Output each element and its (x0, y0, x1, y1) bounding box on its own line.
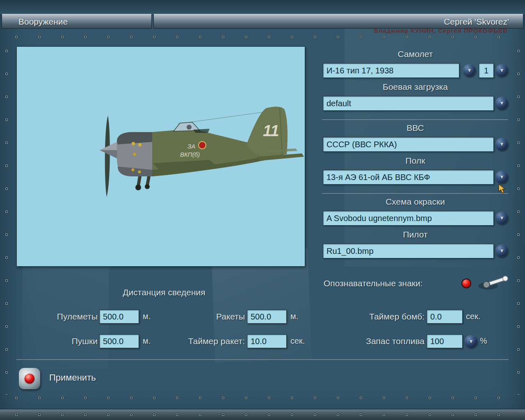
divider (322, 119, 508, 120)
top-background-strip (0, 0, 525, 14)
rivet-border-bottom (5, 395, 520, 401)
red-banner-badge (199, 142, 206, 149)
fuel-label: Запас топлива (345, 336, 425, 346)
machineguns-unit: м. (143, 312, 151, 321)
fuselage-slogan-line2: ВКП(б) (180, 151, 200, 158)
airforce-label: ВВС (322, 123, 509, 133)
chevron-down-icon: ▼ (499, 142, 504, 147)
rivet-border-right (516, 39, 521, 395)
regiment-select[interactable]: 13-я АЭ 61-ой АБ ВВС КБФ (323, 170, 494, 185)
chevron-down-icon: ▼ (467, 68, 472, 73)
loadout-label: Боевая загрузка (322, 82, 509, 92)
cannons-unit: м. (143, 336, 151, 346)
rockets-unit: м. (290, 312, 298, 321)
rocket-timer-unit: сек. (290, 336, 305, 346)
pilot-label: Пилот (322, 230, 509, 240)
airforce-select-arrow[interactable]: ▼ (495, 138, 508, 151)
cannons-input[interactable]: 500.0 (99, 334, 139, 348)
tab-armament[interactable]: Вооружение (2, 14, 152, 29)
rivet-border-top (5, 34, 520, 40)
aircraft-preview: 11 ЗА ВКП(б) (16, 46, 305, 267)
paint-scheme-select[interactable]: A Svobodu ugnetennym.bmp (323, 211, 494, 226)
regiment-select-arrow[interactable]: ▼ (495, 171, 508, 183)
rocket-timer-label: Таймер ракет: (172, 336, 245, 346)
markings-label: Опознавательные знаки: (324, 278, 423, 288)
regiment-label: Полк (322, 156, 509, 166)
rockets-label: Ракеты (172, 312, 245, 322)
apply-label: Применить (49, 372, 96, 383)
divider (16, 359, 509, 360)
cannons-label: Пушки (25, 336, 98, 346)
chevron-down-icon: ▼ (499, 100, 504, 106)
aircraft-count-field[interactable]: 1 (479, 63, 494, 78)
bomb-timer-label: Таймер бомб: (345, 312, 425, 322)
paint-scheme-label: Схема окраски (322, 197, 509, 207)
pilot-select[interactable]: Ru1_00.bmp (323, 244, 494, 258)
machineguns-label: Пулеметы (25, 312, 98, 322)
machineguns-input[interactable]: 500.0 (99, 310, 139, 324)
divider (322, 193, 508, 194)
convergence-title: Дистанция сведения (98, 288, 230, 297)
aircraft-count-arrow[interactable]: ▼ (495, 64, 508, 77)
fuel-input[interactable]: 100 (427, 334, 463, 348)
chevron-down-icon: ▼ (499, 68, 504, 73)
chevron-down-icon: ▼ (499, 248, 504, 253)
loadout-select[interactable]: default (323, 96, 494, 111)
loadout-select-arrow[interactable]: ▼ (495, 97, 508, 110)
rivet-border-footer (5, 412, 520, 418)
rocket-timer-input[interactable]: 10.0 (247, 334, 287, 348)
pilot-select-arrow[interactable]: ▼ (495, 244, 508, 257)
player-name-bar: Сергей 'Skvorez' (153, 14, 523, 29)
rivet-border-left (4, 39, 9, 395)
aircraft-select-arrow[interactable]: ▼ (463, 64, 476, 77)
chevron-down-icon: ▼ (499, 174, 504, 180)
bomb-timer-unit: сек. (466, 312, 480, 321)
apply-button[interactable] (19, 368, 40, 389)
paint-scheme-select-arrow[interactable]: ▼ (495, 212, 508, 224)
armament-screen: Владимир КУНИН, Сергей ПРОКОФЬЕВ Вооруже… (0, 0, 525, 420)
chevron-down-icon: ▼ (468, 339, 474, 344)
markings-toggle[interactable] (456, 272, 510, 295)
fuel-unit: % (480, 336, 487, 346)
aircraft-image: 11 ЗА ВКП(б) (17, 47, 305, 266)
bomb-timer-input[interactable]: 0.0 (427, 310, 463, 324)
tail-number: 11 (263, 122, 279, 139)
aircraft-label: Самолет (322, 49, 509, 59)
fuselage-slogan-line1: ЗА (187, 143, 195, 150)
chevron-down-icon: ▼ (499, 215, 504, 221)
indicator-lamp-icon (462, 279, 471, 288)
rockets-input[interactable]: 500.0 (247, 310, 287, 324)
airforce-select[interactable]: СССР (ВВС РККА) (323, 137, 494, 152)
fuel-stepper-arrow[interactable]: ▼ (465, 335, 477, 348)
apply-button-light-icon (25, 374, 34, 383)
tab-armament-label: Вооружение (18, 17, 68, 26)
aircraft-select[interactable]: И-16 тип 17, 1938 (323, 63, 459, 78)
mouse-cursor (498, 184, 507, 194)
player-name: Сергей 'Skvorez' (444, 17, 509, 26)
